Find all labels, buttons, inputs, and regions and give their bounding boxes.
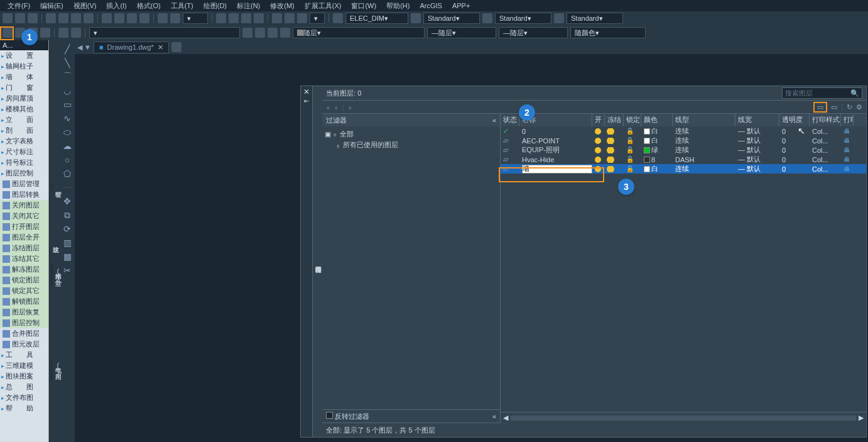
menu-ext[interactable]: 扩展工具(X) — [300, 1, 347, 11]
preview-icon[interactable] — [84, 13, 94, 23]
bulb-icon[interactable] — [595, 138, 601, 144]
layer-tools-icon[interactable] — [280, 28, 290, 38]
plot-icon[interactable]: 🖶 — [844, 146, 850, 153]
color-swatch[interactable] — [644, 128, 650, 135]
filter-tool-icon[interactable]: ⬨ — [334, 103, 339, 111]
tool-icon[interactable] — [158, 13, 168, 23]
layer-icon[interactable] — [272, 13, 282, 23]
open-icon[interactable] — [15, 13, 25, 23]
menu-window[interactable]: 窗口(W) — [346, 1, 381, 11]
undo-icon[interactable] — [46, 13, 56, 23]
layer-state-icon[interactable] — [285, 13, 295, 23]
tree-item[interactable]: ▸房间屋顶 — [0, 93, 48, 104]
prop-icon[interactable] — [58, 28, 68, 38]
copy-icon[interactable]: ⧉ — [62, 210, 72, 220]
col-header[interactable]: 线型 — [673, 114, 735, 126]
color-swatch[interactable] — [644, 157, 650, 163]
layer-row[interactable]: ▱AEC-POINT🔓 白连续— 默认0Col...🖶 — [501, 136, 866, 145]
tree-subitem[interactable]: 关闭图层 — [0, 200, 48, 211]
redo-icon[interactable] — [58, 13, 68, 23]
menu-help[interactable]: 帮助(H) — [381, 1, 415, 11]
tree-subitem[interactable]: 图层控制 — [0, 318, 48, 328]
line-icon[interactable]: ╱ — [62, 44, 72, 54]
tree-all[interactable]: ▣ ⬨ 全部 — [325, 129, 497, 140]
sun-icon[interactable] — [607, 147, 614, 153]
tree-item[interactable]: ▸工 具 — [0, 350, 48, 360]
dimstyle-select[interactable]: ELEC_DIM ▾ — [345, 13, 408, 24]
layer-row[interactable]: ▱EQUIP-照明🔓 绿连续— 默认0Col...🖶 — [501, 145, 866, 155]
new-layer-vp-icon[interactable]: ▭ — [831, 103, 837, 111]
bulb-icon[interactable] — [595, 157, 601, 163]
trim-icon[interactable]: ✂ — [62, 265, 72, 275]
layer-tools-icon[interactable] — [268, 28, 278, 38]
tree-subitem[interactable]: 关闭其它 — [0, 211, 48, 221]
tree-subitem[interactable]: 锁定其它 — [0, 285, 48, 296]
layers-icon[interactable] — [297, 13, 307, 23]
arc-icon[interactable]: ⌒ — [62, 72, 72, 82]
tree-subitem[interactable]: 冻结图层 — [0, 243, 48, 253]
plot-icon[interactable]: 🖶 — [844, 137, 850, 144]
tree-used[interactable]: ⬨ 所有已使用的图层 — [325, 140, 497, 150]
cut-icon[interactable] — [102, 13, 112, 23]
table-icon[interactable] — [482, 13, 492, 23]
new-layer-icon[interactable]: ▭ — [813, 102, 827, 113]
prop-icon[interactable] — [40, 28, 50, 38]
tree-item[interactable]: ▸立 面 — [0, 114, 48, 125]
col-header[interactable]: 锁定 — [624, 114, 641, 126]
plotstyle-select[interactable]: 随颜色 ▾ — [570, 27, 646, 38]
lineweight-select[interactable]: — 随层 ▾ — [499, 27, 568, 38]
lock-icon[interactable]: 🔓 — [626, 146, 634, 153]
poly-icon[interactable]: ⬠ — [62, 169, 72, 179]
dim-icon[interactable] — [333, 13, 343, 23]
strip-arch[interactable]: 建筑 — [49, 40, 60, 442]
polyline-icon[interactable]: ◡ — [62, 86, 72, 96]
bulb-icon[interactable] — [595, 128, 601, 135]
new-tab-icon[interactable] — [171, 42, 182, 52]
text-icon[interactable] — [411, 13, 421, 23]
pin-icon[interactable]: ⇤ — [304, 97, 309, 104]
menu-tools[interactable]: 工具(T) — [166, 1, 198, 11]
tree-item[interactable]: ▸轴网柱子 — [0, 61, 48, 72]
plot-icon[interactable]: 🖶 — [844, 156, 850, 163]
mleader-icon[interactable] — [554, 13, 564, 23]
tree-subitem[interactable]: 图层全开 — [0, 232, 48, 243]
xline-icon[interactable]: ╲ — [62, 58, 72, 68]
menu-arcgis[interactable]: ArcGIS — [415, 2, 447, 9]
menu-modify[interactable]: 修改(M) — [265, 1, 300, 11]
pan-icon[interactable] — [216, 13, 226, 23]
tree-subitem[interactable]: 图层恢复 — [0, 307, 48, 318]
tree-subitem[interactable]: 解冻图层 — [0, 264, 48, 275]
tree-subitem[interactable]: 图元改层 — [0, 339, 48, 350]
lock-icon[interactable]: 🔓 — [626, 165, 634, 172]
h-scrollbar[interactable]: ◀▶ — [501, 412, 866, 423]
prop-icon[interactable] — [71, 28, 81, 38]
menu-edit[interactable]: 编辑(E) — [35, 1, 68, 11]
tree-subitem[interactable]: 图层管理 — [0, 179, 48, 189]
invert-checkbox[interactable] — [326, 412, 333, 419]
collapse-icon[interactable]: « — [492, 116, 496, 124]
color-swatch[interactable] — [644, 147, 650, 153]
menu-file[interactable]: 文件(F) — [3, 1, 35, 11]
color-swatch[interactable] — [644, 166, 650, 172]
tree-subitem[interactable]: 打开图层 — [0, 221, 48, 232]
tree-item[interactable]: ▸剖 面 — [0, 125, 48, 136]
textstyle-select[interactable]: Standard ▾ — [423, 13, 480, 24]
menu-draw[interactable]: 绘图(D) — [198, 1, 232, 11]
tree-item[interactable]: ▸尺寸标注 — [0, 146, 48, 157]
linetype-select[interactable]: — 随层 ▾ — [427, 27, 496, 38]
close-icon[interactable]: ✕ — [303, 87, 310, 96]
lock-icon[interactable]: 🔓 — [626, 137, 634, 144]
filter-tool-icon[interactable]: ⬨ — [326, 103, 330, 111]
new-icon[interactable] — [3, 13, 13, 23]
tree-subitem[interactable]: 合并图层 — [0, 328, 48, 339]
tree-item[interactable]: ▸图块图案 — [0, 371, 48, 382]
sun-icon[interactable] — [607, 166, 614, 172]
zoom-ext-icon[interactable] — [241, 13, 251, 23]
tree-subitem[interactable]: 锁定图层 — [0, 275, 48, 285]
col-header[interactable]: 打印 — [841, 114, 854, 126]
lock-icon[interactable]: 🔓 — [626, 128, 634, 135]
sun-icon[interactable] — [607, 138, 614, 144]
sun-icon[interactable] — [607, 157, 614, 163]
tree-item[interactable]: ▸文件布图 — [0, 392, 48, 403]
rotate-icon[interactable]: ⟳ — [62, 224, 72, 234]
